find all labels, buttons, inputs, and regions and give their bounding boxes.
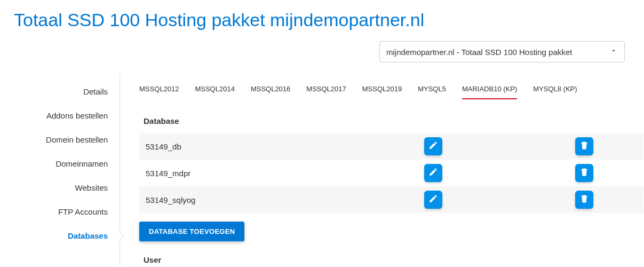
layout: Details Addons bestellen Domein bestelle… xyxy=(0,73,644,264)
pencil-icon xyxy=(428,194,438,206)
sidebar-item-addons-bestellen[interactable]: Addons bestellen xyxy=(0,104,120,128)
package-selector[interactable]: mijndemopartner.nl - Totaal SSD 100 Host… xyxy=(379,41,625,62)
sidebar-item-label: Websites xyxy=(75,183,108,192)
sidebar-item-ftp-accounts[interactable]: FTP Accounts xyxy=(0,200,120,224)
tab-mariadb10-kp[interactable]: MARIADB10 (KP) xyxy=(462,80,517,99)
delete-button[interactable] xyxy=(575,137,593,155)
sidebar-item-label: FTP Accounts xyxy=(58,207,108,216)
row-actions xyxy=(424,191,637,209)
tab-mssql2017[interactable]: MSSQL2017 xyxy=(306,80,346,99)
sidebar: Details Addons bestellen Domein bestelle… xyxy=(0,73,120,264)
sidebar-item-label: Addons bestellen xyxy=(46,111,108,120)
sidebar-item-label: Domein bestellen xyxy=(46,135,108,144)
sidebar-item-databases[interactable]: Databases xyxy=(0,224,120,248)
edit-button[interactable] xyxy=(424,164,442,182)
sidebar-item-domeinnamen[interactable]: Domeinnamen xyxy=(0,152,120,176)
table-row: 53149_db xyxy=(139,133,643,160)
database-name: 53149_db xyxy=(146,142,424,151)
database-name: 53149_mdpr xyxy=(146,169,424,178)
tab-mssql2012[interactable]: MSSQL2012 xyxy=(139,80,179,99)
database-name: 53149_sqlyog xyxy=(146,195,424,205)
tab-mssql2019[interactable]: MSSQL2019 xyxy=(362,80,402,99)
sidebar-item-label: Databases xyxy=(68,231,108,240)
delete-button[interactable] xyxy=(575,164,593,182)
delete-button[interactable] xyxy=(575,191,593,209)
package-selector-wrapper: mijndemopartner.nl - Totaal SSD 100 Host… xyxy=(379,41,625,62)
tab-mssql2016[interactable]: MSSQL2016 xyxy=(251,80,290,99)
db-type-tabs: MSSQL2012 MSSQL2014 MSSQL2016 MSSQL2017 … xyxy=(139,80,644,99)
database-section-heading: Database xyxy=(139,112,644,133)
tab-mysql5[interactable]: MYSQL5 xyxy=(418,80,446,99)
tab-mssql2014[interactable]: MSSQL2014 xyxy=(195,80,234,99)
trash-icon xyxy=(579,140,589,152)
table-row: 53149_mdpr xyxy=(139,160,643,186)
package-selector-row: mijndemopartner.nl - Totaal SSD 100 Host… xyxy=(0,36,644,73)
user-section-heading: User xyxy=(139,241,644,264)
add-database-button[interactable]: DATABASE TOEVOEGEN xyxy=(139,222,244,241)
trash-icon xyxy=(579,194,589,206)
pencil-icon xyxy=(428,140,438,152)
row-actions xyxy=(424,137,637,155)
sidebar-item-details[interactable]: Details xyxy=(0,80,120,104)
sidebar-item-domein-bestellen[interactable]: Domein bestellen xyxy=(0,128,120,152)
sidebar-item-websites[interactable]: Websites xyxy=(0,176,120,200)
row-actions xyxy=(424,164,637,182)
table-row: 53149_sqlyog xyxy=(139,186,643,213)
sidebar-item-label: Details xyxy=(83,87,108,96)
database-table: 53149_db 53149_mdpr xyxy=(139,133,643,213)
page-title: Totaal SSD 100 Hosting pakket mijndemopa… xyxy=(0,0,644,36)
edit-button[interactable] xyxy=(424,137,442,155)
trash-icon xyxy=(579,167,589,179)
pencil-icon xyxy=(428,167,438,179)
tab-mysql8-kp[interactable]: MYSQL8 (KP) xyxy=(533,80,577,99)
main-content: MSSQL2012 MSSQL2014 MSSQL2016 MSSQL2017 … xyxy=(120,73,644,264)
edit-button[interactable] xyxy=(424,191,442,209)
sidebar-item-label: Domeinnamen xyxy=(55,159,108,168)
